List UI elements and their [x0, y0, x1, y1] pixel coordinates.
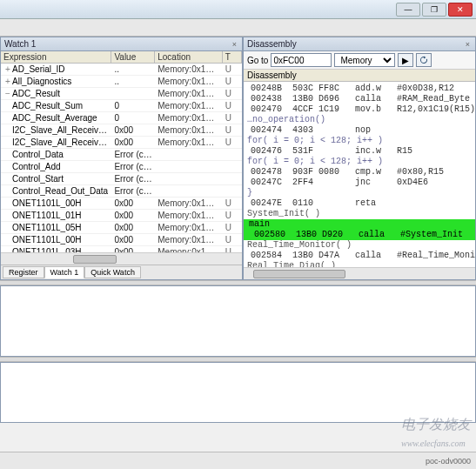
col-location[interactable]: Location: [155, 51, 223, 63]
table-row[interactable]: ONET1101L_03H0x00Memory:0x1C17U: [1, 246, 242, 252]
disassembly-listing[interactable]: 00248B 503C FF8C add.w #0x0D38,R12002438…: [244, 82, 475, 267]
disassembly-panel-close-icon[interactable]: ×: [464, 40, 472, 49]
goto-label: Go to: [247, 56, 268, 65]
disasm-line[interactable]: 002478 903F 0080 cmp.w #0x80,R15: [244, 167, 475, 178]
watch-panel: Watch 1 × Expression Value Location T +A…: [0, 37, 243, 280]
disasm-line[interactable]: for( i = 0; i < 128; i++ ): [244, 157, 475, 167]
table-row[interactable]: Control_Read_Out_DataError (c…: [1, 185, 242, 198]
table-row[interactable]: ONET1101L_00H0x00Memory:0x1C13U: [1, 198, 242, 210]
watch-tabs: Register Watch 1 Quick Watch: [1, 265, 242, 279]
disasm-line[interactable]: for( i = 0; i < 128; i++ ): [244, 136, 475, 146]
window-titlebar: — ❐ ✕: [0, 0, 476, 19]
disasm-line[interactable]: 002470 4CCF 1C19 mov.b R12,0x1C19(R15): [244, 104, 475, 115]
watch-panel-title: Watch 1: [4, 39, 36, 49]
minimize-button[interactable]: —: [396, 3, 420, 17]
disasm-line[interactable]: 002580 13B0 D920 calla #System_Init: [244, 230, 475, 240]
status-bar: poc-odv0000: [0, 452, 476, 469]
table-row[interactable]: +All_Diagnostics..Memory:0x1C0CU: [1, 76, 242, 88]
goto-refresh-button[interactable]: [416, 53, 432, 67]
table-row[interactable]: ADC_Result_Sum0Memory:0x1C0AU: [1, 100, 242, 112]
col-type[interactable]: T: [223, 51, 242, 63]
disasm-line[interactable]: 00247E 0110 reta: [244, 198, 475, 209]
table-row[interactable]: ONET1101L_05H0x00Memory:0x1C15U: [1, 222, 242, 234]
disasm-line[interactable]: 002584 13B0 D47A calla #Real_Time_Monito…: [244, 251, 475, 261]
disasm-line[interactable]: …no_operation(): [244, 115, 475, 125]
watch-table[interactable]: Expression Value Location T +AD_Serial_I…: [1, 51, 242, 252]
watch-panel-close-icon[interactable]: ×: [231, 40, 238, 49]
disasm-line[interactable]: Real_Time_Diag( ): [244, 261, 475, 267]
disasm-hscrollbar[interactable]: [244, 267, 475, 279]
toolbar-strip: [0, 19, 476, 37]
disasm-line[interactable]: }: [244, 188, 475, 198]
table-row[interactable]: ADC_Result_Average0Memory:0x1C0CU: [1, 112, 242, 124]
close-button[interactable]: ✕: [448, 3, 473, 17]
tab-register[interactable]: Register: [3, 266, 44, 278]
table-row[interactable]: +AD_Serial_ID..Memory:0x1C19U: [1, 64, 242, 76]
disasm-line[interactable]: 00248B 503C FF8C add.w #0x0D38,R12: [244, 84, 475, 94]
disasm-line[interactable]: 002476 531F inc.w R15: [244, 146, 475, 157]
watch-table-header: Expression Value Location T: [1, 51, 242, 64]
table-row[interactable]: Control_AddError (c…: [1, 161, 242, 173]
table-row[interactable]: I2C_Slave_All_Received_Memory_Add…0x00Me…: [1, 124, 242, 137]
table-row[interactable]: −ADC_ResultMemory:0x1C02U: [1, 88, 242, 100]
goto-input[interactable]: [271, 53, 332, 67]
table-row[interactable]: I2C_Slave_All_Received_Bytes_Count0x00Me…: [1, 137, 242, 149]
disasm-line[interactable]: Real_Time_Monitor( ): [244, 240, 475, 251]
watch-hscrollbar[interactable]: [1, 252, 242, 265]
table-row[interactable]: Control_StartError (c…: [1, 173, 242, 185]
tab-quickwatch[interactable]: Quick Watch: [84, 266, 141, 278]
table-row[interactable]: ONET1101L_01H0x00Memory:0x1C14U: [1, 210, 242, 222]
col-expression[interactable]: Expression: [1, 51, 111, 63]
maximize-button[interactable]: ❐: [422, 3, 446, 17]
disasm-line[interactable]: System_Init( ): [244, 209, 475, 219]
disassembly-panel-title: Disassembly: [247, 39, 297, 49]
table-row[interactable]: ONET1101L_00H0x00Memory:0x1C16U: [1, 234, 242, 246]
output-pane[interactable]: [0, 285, 476, 357]
disassembly-toolbar: Go to Memory ▶: [244, 51, 475, 70]
disasm-line[interactable]: 002438 13B0 D696 calla #RAM_Read_Byte: [244, 94, 475, 104]
disasm-line[interactable]: 00247C 2FF4 jnc 0xD4E6: [244, 178, 475, 188]
disassembly-section-header: Disassembly: [244, 70, 475, 82]
disasm-line[interactable]: 002474 4303 nop: [244, 125, 475, 136]
disassembly-panel: Disassembly × Go to Memory ▶ Disassembly…: [243, 37, 476, 280]
memory-select[interactable]: Memory: [334, 53, 395, 67]
output-pane-2[interactable]: [0, 362, 476, 423]
col-value[interactable]: Value: [111, 51, 155, 63]
refresh-icon: [419, 56, 428, 64]
tab-watch1[interactable]: Watch 1: [44, 266, 85, 278]
goto-go-button[interactable]: ▶: [398, 53, 413, 67]
status-text: poc-odv0000: [426, 457, 471, 466]
table-row[interactable]: Control_DataError (c…: [1, 149, 242, 161]
disasm-line[interactable]: main: [244, 219, 475, 230]
